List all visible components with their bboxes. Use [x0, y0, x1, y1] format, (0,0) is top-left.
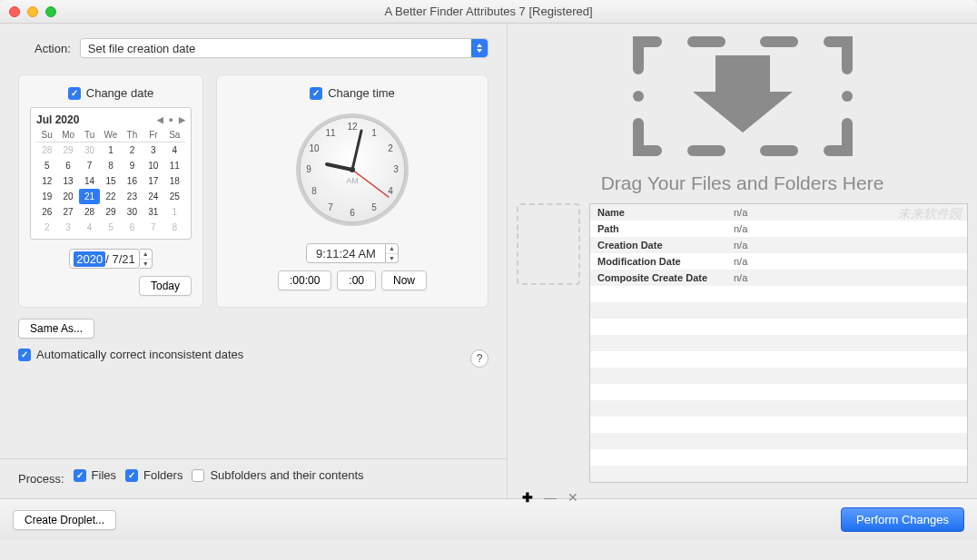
calendar-day[interactable]: 29 [57, 142, 78, 158]
zero-seconds-button[interactable]: :00 [337, 270, 376, 290]
file-thumbnail-placeholder [517, 203, 580, 285]
stepper-up-icon[interactable]: ▲ [386, 244, 398, 254]
details-row-empty [590, 384, 967, 400]
window-controls [9, 6, 56, 17]
process-subfolders-checkbox[interactable] [192, 469, 204, 482]
date-stepper[interactable]: ▲▼ [140, 249, 153, 269]
calendar-day[interactable]: 18 [164, 173, 185, 189]
analog-clock-icon[interactable]: 1212 345 678 91011 AM [293, 111, 411, 229]
remove-file-button[interactable]: — [544, 490, 557, 505]
calendar-day[interactable]: 19 [36, 189, 57, 204]
calendar-day[interactable]: 3 [57, 220, 78, 235]
perform-changes-button[interactable]: Perform Changes [841, 507, 964, 532]
calendar-dow: Th [122, 128, 143, 142]
details-row-empty [590, 466, 967, 482]
details-row-empty [590, 351, 967, 368]
calendar-day[interactable]: 8 [164, 220, 185, 235]
change-date-checkbox[interactable] [68, 87, 81, 100]
calendar-day[interactable]: 24 [143, 189, 163, 204]
calendar-day[interactable]: 30 [79, 142, 100, 158]
calendar-day[interactable]: 14 [79, 173, 100, 189]
calendar-day[interactable]: 28 [36, 142, 57, 158]
calendar-day[interactable]: 27 [57, 204, 78, 220]
calendar-prev-icon[interactable]: ◀ [157, 115, 163, 124]
zero-seconds-full-button[interactable]: :00:00 [278, 270, 331, 290]
calendar-day[interactable]: 28 [79, 204, 100, 220]
dropzone[interactable]: Drag Your Files and Folders Here [508, 24, 977, 194]
calendar-day[interactable]: 10 [143, 158, 163, 173]
calendar-day[interactable]: 20 [57, 189, 78, 204]
today-button[interactable]: Today [139, 276, 192, 296]
calendar-day[interactable]: 17 [143, 173, 163, 189]
calendar-day[interactable]: 21 [79, 189, 100, 204]
calendar-day[interactable]: 8 [100, 158, 121, 173]
details-value: n/a [734, 207, 747, 218]
calendar-day[interactable]: 5 [100, 220, 121, 235]
add-file-button[interactable]: ✚ [522, 490, 533, 505]
calendar-month-year: Jul 2020 [36, 113, 79, 126]
calendar-day[interactable]: 5 [36, 158, 57, 173]
change-time-checkbox[interactable] [310, 87, 322, 100]
svg-text:10: 10 [309, 143, 320, 153]
calendar-day[interactable]: 25 [164, 189, 185, 204]
close-icon[interactable] [9, 6, 20, 17]
details-label: Name [597, 207, 734, 218]
calendar-day[interactable]: 29 [100, 204, 121, 220]
dropzone-arrow-icon [620, 24, 865, 160]
stepper-up-icon[interactable]: ▲ [140, 250, 152, 260]
clear-files-button[interactable]: ✕ [567, 490, 578, 505]
calendar-day[interactable]: 31 [143, 204, 163, 220]
help-button[interactable]: ? [470, 349, 488, 368]
calendar-day[interactable]: 4 [164, 142, 185, 158]
calendar-day[interactable]: 1 [100, 142, 121, 158]
file-details-table: 未来软件园 Namen/aPathn/aCreation Daten/aModi… [589, 203, 968, 483]
calendar-next-icon[interactable]: ▶ [179, 115, 185, 124]
process-files-label: Files [92, 468, 116, 482]
calendar-day[interactable]: 30 [122, 204, 143, 220]
calendar-day[interactable]: 7 [79, 158, 100, 173]
calendar-day[interactable]: 7 [143, 220, 163, 235]
auto-correct-checkbox[interactable] [18, 349, 31, 361]
calendar-day[interactable]: 3 [143, 142, 163, 158]
process-folders-checkbox[interactable] [125, 469, 138, 482]
action-label: Action: [35, 42, 71, 55]
process-files-checkbox[interactable] [74, 469, 86, 482]
calendar-day[interactable]: 16 [122, 173, 143, 189]
calendar-day[interactable]: 15 [100, 173, 121, 189]
change-date-panel: Change date Jul 2020 ◀ ● ▶ SuMoTuWeThFrS… [18, 74, 203, 308]
calendar-day[interactable]: 1 [164, 204, 185, 220]
calendar-today-dot-icon[interactable]: ● [169, 115, 173, 124]
minimize-icon[interactable] [27, 6, 38, 17]
calendar-day[interactable]: 2 [36, 220, 57, 235]
calendar-day[interactable]: 26 [36, 204, 57, 220]
calendar-day[interactable]: 11 [164, 158, 185, 173]
details-row-empty [590, 449, 967, 466]
calendar-day[interactable]: 4 [79, 220, 100, 235]
now-button[interactable]: Now [381, 270, 427, 290]
stepper-down-icon[interactable]: ▼ [386, 254, 398, 263]
process-subfolders-label: Subfolders and their contents [210, 468, 363, 482]
calendar-day[interactable]: 23 [122, 189, 143, 204]
date-input[interactable]: 2020/ 7/21 [69, 249, 139, 269]
svg-text:9: 9 [306, 164, 311, 174]
time-stepper[interactable]: ▲▼ [386, 243, 399, 263]
calendar-day[interactable]: 12 [36, 173, 57, 189]
details-row: Namen/a [590, 204, 967, 221]
details-row-empty [590, 319, 967, 335]
calendar-day[interactable]: 6 [57, 158, 78, 173]
calendar-day[interactable]: 9 [122, 158, 143, 173]
maximize-icon[interactable] [45, 6, 56, 17]
calendar-day[interactable]: 6 [122, 220, 143, 235]
create-droplet-button[interactable]: Create Droplet... [13, 510, 116, 530]
svg-text:1: 1 [371, 128, 377, 138]
calendar-day[interactable]: 22 [100, 189, 121, 204]
same-as-button[interactable]: Same As... [18, 319, 94, 339]
calendar-day[interactable]: 2 [122, 142, 143, 158]
time-input[interactable]: 9:11:24 AM [306, 243, 386, 263]
svg-point-17 [350, 167, 355, 172]
calendar-day[interactable]: 13 [57, 173, 78, 189]
action-select[interactable]: Set file creation date [80, 38, 488, 58]
window-title: A Better Finder Attributes 7 [Registered… [0, 5, 977, 18]
details-row-empty [590, 400, 967, 417]
stepper-down-icon[interactable]: ▼ [140, 260, 152, 269]
